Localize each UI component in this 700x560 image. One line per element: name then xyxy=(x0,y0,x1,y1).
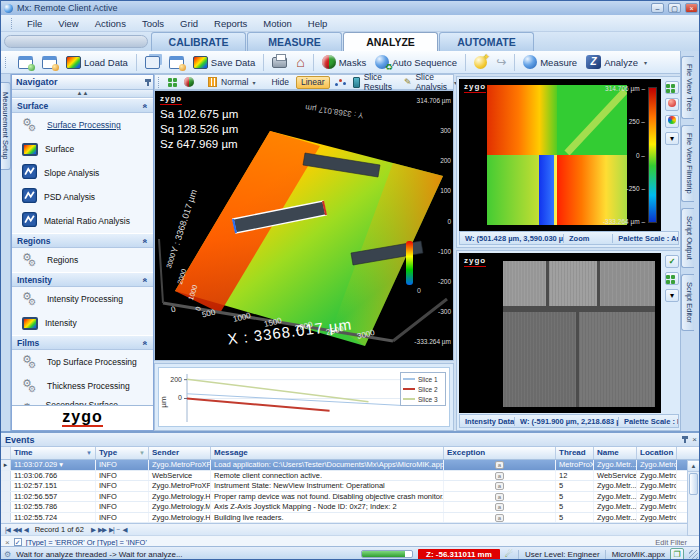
nav-item-intensity-processing[interactable]: ⚙⚙Intensity Processing xyxy=(12,287,153,311)
dock-tab-file-view-filmstrip[interactable]: File View Filmstrip xyxy=(681,125,694,202)
measure-button[interactable]: Measure xyxy=(520,54,580,70)
edit-record-button[interactable]: ◀ xyxy=(122,526,126,534)
intensity-view[interactable]: zygo xyxy=(459,253,661,413)
slice-analysis-button[interactable]: ✎Slice Analysis xyxy=(402,76,451,89)
last-record-button[interactable]: ▶| xyxy=(109,526,114,534)
menu-view[interactable]: View xyxy=(51,17,85,30)
dock-tab-file-view-tree[interactable]: File View Tree xyxy=(681,56,694,119)
delete-record-button[interactable]: − xyxy=(117,526,120,533)
dock-tab-measurement-setup[interactable]: Measurement Setup xyxy=(1,82,11,170)
nav-group-regions[interactable]: Regions« xyxy=(12,233,153,248)
new-window-button[interactable] xyxy=(15,55,36,70)
nav-item-intensity[interactable]: Intensity xyxy=(12,311,153,335)
column-header-message[interactable]: Message xyxy=(211,447,444,459)
nav-item-thickness-processing[interactable]: ⚙⚙Thickness Processing xyxy=(12,374,153,398)
home-button[interactable]: ⌂ xyxy=(293,55,307,70)
redo-button[interactable]: ↪ xyxy=(493,55,509,69)
minimize-icon[interactable]: – xyxy=(651,3,664,13)
slice-results-button[interactable]: Slice Results xyxy=(351,76,399,89)
toolbar-overflow-icon[interactable]: ▾ xyxy=(644,59,647,66)
legend-item-slice-1[interactable]: Slice 1 xyxy=(403,374,443,384)
first-record-button[interactable]: |◀ xyxy=(5,526,10,534)
event-row[interactable]: 11:03:06.766INFOWebServiceRemote client … xyxy=(1,471,700,482)
navigator-collapser[interactable]: ▲▲ xyxy=(12,90,153,98)
save-data-button[interactable]: Save Data xyxy=(190,55,258,70)
apply-check-icon[interactable]: ✓ xyxy=(665,255,679,268)
nav-item-surface[interactable]: Surface xyxy=(12,137,153,161)
nav-group-films[interactable]: Films« xyxy=(12,335,153,350)
collapse-icon[interactable]: « xyxy=(141,238,151,243)
auto-sequence-button[interactable]: ♻Auto Sequence xyxy=(372,54,460,70)
event-row[interactable]: 11:02:57.151INFOZygo.MetroProXP....Instr… xyxy=(1,481,700,492)
nav-item-slope-analysis[interactable]: Slope Analysis xyxy=(12,161,153,185)
prev-record-button[interactable]: ◀ xyxy=(24,526,28,534)
nav-item-surface-processing[interactable]: ⚙⚙Surface Processing xyxy=(12,113,153,137)
menu-reports[interactable]: Reports xyxy=(207,17,254,30)
window-settings-button[interactable] xyxy=(39,55,60,70)
window-settings2-button[interactable] xyxy=(166,55,187,70)
ribbon-tab-automate[interactable]: AUTOMATE xyxy=(439,32,534,51)
menu-motion[interactable]: Motion xyxy=(256,17,299,30)
profile-plot-button[interactable] xyxy=(333,76,348,89)
slice-chart[interactable]: 2000µm Slice 1Slice 2Slice 3 xyxy=(158,367,450,427)
analyze-button[interactable]: ZAnalyze xyxy=(583,54,641,70)
pin-icon[interactable] xyxy=(684,436,686,443)
tile-icon[interactable] xyxy=(665,81,679,94)
dock-tab-script-output[interactable]: Script Output xyxy=(681,208,694,268)
nav-group-intensity[interactable]: Intensity« xyxy=(12,272,153,287)
event-row[interactable]: 11:02:56.557INFOZygo.Metrology.H...Prope… xyxy=(1,492,700,503)
tip-button[interactable]: ✦ xyxy=(471,55,490,70)
menu-file[interactable]: File xyxy=(20,17,49,30)
tile-views-button[interactable] xyxy=(166,76,179,89)
ribbon-tab-calibrate[interactable]: CALIBRATE xyxy=(151,32,246,51)
close-icon[interactable]: × xyxy=(685,3,698,13)
ribbon-tab-measure[interactable]: MEASURE xyxy=(247,32,342,51)
legend-item-slice-2[interactable]: Slice 2 xyxy=(403,384,443,394)
sphere-red-icon[interactable] xyxy=(665,98,679,111)
normal-view-button[interactable]: Normal▾ xyxy=(206,76,257,89)
pin-icon[interactable] xyxy=(147,79,149,86)
dock-tab-script-editor[interactable]: Script Editor xyxy=(681,274,694,331)
column-header-type[interactable]: Type▼ xyxy=(96,447,149,459)
events-scrollbar[interactable]: ▲ xyxy=(687,460,700,536)
tile-icon[interactable] xyxy=(665,272,679,285)
ribbon-tab-analyze[interactable]: ANALYZE xyxy=(343,32,438,51)
collapse-icon[interactable]: « xyxy=(141,277,151,282)
column-header-exception[interactable]: Exception xyxy=(444,447,556,459)
column-header-time[interactable]: Time▼ xyxy=(11,447,96,459)
menu-tools[interactable]: Tools xyxy=(135,17,171,30)
menu-actions[interactable]: Actions xyxy=(88,17,133,30)
column-header-name[interactable]: Name xyxy=(594,447,637,459)
nav-item-regions[interactable]: ⚙⚙Regions xyxy=(12,248,153,272)
copy-window-button[interactable] xyxy=(142,55,163,70)
event-row[interactable]: ▸11:03:07.029 ▾INFOZygo.MetroProXP....Lo… xyxy=(1,460,700,471)
maximize-icon[interactable]: ▢ xyxy=(668,3,681,13)
nav-group-surface[interactable]: Surface« xyxy=(12,98,153,113)
scroll-up-icon[interactable]: ▲ xyxy=(688,461,699,472)
next-page-button[interactable]: ▶▶ xyxy=(98,526,106,534)
scroll-thumb[interactable] xyxy=(689,473,698,495)
resize-grip[interactable] xyxy=(689,550,698,559)
column-header-location[interactable]: Location xyxy=(637,447,677,459)
legend-item-slice-3[interactable]: Slice 3 xyxy=(403,394,443,404)
linear-button[interactable]: Linear xyxy=(296,76,330,89)
hide-button[interactable]: Hide xyxy=(267,76,292,89)
print-button[interactable] xyxy=(269,56,290,69)
menu-help[interactable]: Help xyxy=(301,17,335,30)
palette-button[interactable] xyxy=(182,76,196,89)
nav-item-top-surface-processing[interactable]: ⚙⚙Top Surface Processing xyxy=(12,350,153,374)
palette-icon[interactable] xyxy=(665,115,679,128)
collapse-icon[interactable]: « xyxy=(141,340,151,345)
column-header-sender[interactable]: Sender xyxy=(149,447,211,459)
collapse-icon[interactable]: « xyxy=(141,103,151,108)
nav-item-material-ratio-analysis[interactable]: Material Ratio Analysis xyxy=(12,209,153,233)
load-data-button[interactable]: Load Data xyxy=(63,55,131,70)
toolbar-drag-handle[interactable] xyxy=(5,57,8,68)
prev-page-button[interactable]: ◀◀ xyxy=(13,526,21,534)
app-window-icon[interactable]: ❐ xyxy=(670,548,684,560)
filter-checkbox[interactable]: ✓ xyxy=(14,538,22,546)
event-row[interactable]: 11:02:55.724INFOZygo.Metrology.H...Build… xyxy=(1,513,700,524)
next-record-button[interactable]: ▶ xyxy=(91,526,95,534)
surface-3d-view[interactable]: zygo Sa 102.675 µmSq 128.526 µmSz 647.96… xyxy=(154,90,454,361)
view-toolbar-handle[interactable] xyxy=(158,77,159,88)
